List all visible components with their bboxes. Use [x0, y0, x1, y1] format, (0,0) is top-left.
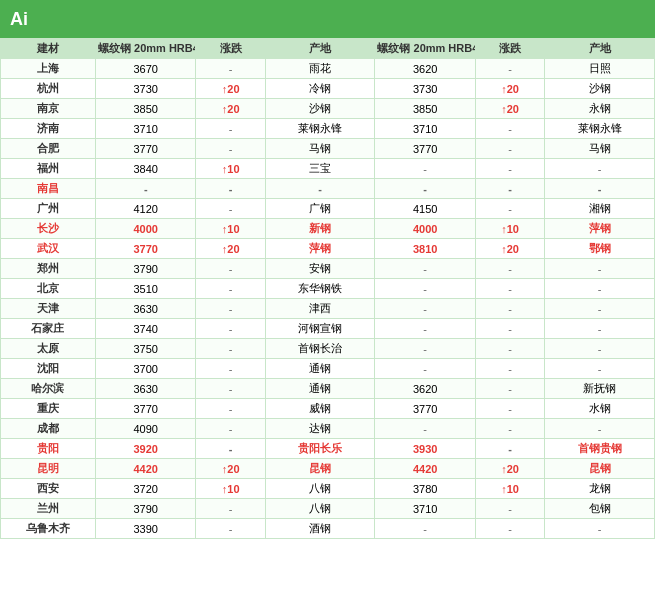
table-city: 重庆 [1, 399, 96, 419]
table-cell: 东华钢铁 [265, 279, 375, 299]
table-cell: 首钢贵钢 [545, 439, 655, 459]
table-cell: - [475, 359, 544, 379]
table-cell: ↑20 [196, 79, 265, 99]
table-cell: 莱钢永锋 [545, 119, 655, 139]
table-cell: 3920 [95, 439, 195, 459]
table-cell: 沙钢 [545, 79, 655, 99]
table-cell: 津西 [265, 299, 375, 319]
table-cell: ↑20 [196, 239, 265, 259]
table-city: 合肥 [1, 139, 96, 159]
table-cell: ↑10 [196, 219, 265, 239]
table-cell: 3700 [95, 359, 195, 379]
table-city: 乌鲁木齐 [1, 519, 96, 539]
table-cell: - [375, 419, 475, 439]
table-cell: - [475, 139, 544, 159]
table-cell: 4000 [95, 219, 195, 239]
table-cell: - [475, 419, 544, 439]
table-cell: 永钢 [545, 99, 655, 119]
table-cell: 首钢长治 [265, 339, 375, 359]
table-cell: 4150 [375, 199, 475, 219]
table-cell: 4420 [375, 459, 475, 479]
table-cell: ↑20 [475, 99, 544, 119]
table-city: 西安 [1, 479, 96, 499]
table-cell: - [475, 339, 544, 359]
table-cell: 龙钢 [545, 479, 655, 499]
table-cell: - [196, 199, 265, 219]
table-city: 兰州 [1, 499, 96, 519]
header-o1: 产地 [265, 39, 375, 59]
table-cell: - [375, 339, 475, 359]
table-cell: 萍钢 [265, 239, 375, 259]
table-cell: 3770 [95, 139, 195, 159]
table-cell: 酒钢 [265, 519, 375, 539]
table-cell: - [196, 319, 265, 339]
table-cell: 3730 [95, 79, 195, 99]
header-c1: 涨跌 [196, 39, 265, 59]
table-cell: - [196, 359, 265, 379]
table-cell: 3710 [95, 119, 195, 139]
table-cell: - [475, 199, 544, 219]
table-cell: 3790 [95, 499, 195, 519]
table-city: 成都 [1, 419, 96, 439]
table-city: 昆明 [1, 459, 96, 479]
table-cell: 马钢 [265, 139, 375, 159]
table-cell: ↑20 [196, 459, 265, 479]
table-cell: 威钢 [265, 399, 375, 419]
table-cell: 八钢 [265, 499, 375, 519]
table-cell: ↑20 [475, 79, 544, 99]
table-cell: - [375, 519, 475, 539]
table-cell: - [475, 299, 544, 319]
table-cell: - [475, 159, 544, 179]
table-cell: - [196, 139, 265, 159]
table-cell: - [475, 119, 544, 139]
table-cell: 通钢 [265, 379, 375, 399]
table-city: 南昌 [1, 179, 96, 199]
table-cell: 3510 [95, 279, 195, 299]
table-city: 武汉 [1, 239, 96, 259]
table-cell: 三宝 [265, 159, 375, 179]
table-cell: - [375, 179, 475, 199]
table-cell: - [375, 359, 475, 379]
table-cell: 3390 [95, 519, 195, 539]
table-cell: 沙钢 [265, 99, 375, 119]
table-cell: 包钢 [545, 499, 655, 519]
table-city: 太原 [1, 339, 96, 359]
table-city: 上海 [1, 59, 96, 79]
table-cell: 莱钢永锋 [265, 119, 375, 139]
table-cell: 通钢 [265, 359, 375, 379]
table-cell: - [265, 179, 375, 199]
table-cell: 雨花 [265, 59, 375, 79]
table-cell: 3930 [375, 439, 475, 459]
table-cell: 3630 [95, 299, 195, 319]
table-cell: 3670 [95, 59, 195, 79]
header-c2: 涨跌 [475, 39, 544, 59]
table-cell: 八钢 [265, 479, 375, 499]
table-city: 南京 [1, 99, 96, 119]
table-cell: - [95, 179, 195, 199]
header-city: 建材 [1, 39, 96, 59]
table-cell: ↑10 [475, 479, 544, 499]
table-cell: 3720 [95, 479, 195, 499]
table-cell: 达钢 [265, 419, 375, 439]
table-cell: - [545, 419, 655, 439]
table-cell: 昆钢 [545, 459, 655, 479]
table-city: 济南 [1, 119, 96, 139]
table-cell: 贵阳长乐 [265, 439, 375, 459]
price-table: 建材 螺纹钢 20mm HRB400E 涨跌 产地 螺纹钢 20mm HRB40… [0, 38, 655, 539]
table-cell: 3710 [375, 499, 475, 519]
table-cell: - [545, 319, 655, 339]
table-cell: 3770 [375, 139, 475, 159]
table-cell: 广钢 [265, 199, 375, 219]
table-cell: 3790 [95, 259, 195, 279]
table-cell: 3780 [375, 479, 475, 499]
table-cell: - [375, 259, 475, 279]
table-cell: 3630 [95, 379, 195, 399]
table-cell: 冷钢 [265, 79, 375, 99]
table-cell: 3770 [95, 399, 195, 419]
table-cell: ↑20 [475, 239, 544, 259]
table-cell: ↑10 [196, 479, 265, 499]
table-cell: - [545, 519, 655, 539]
table-cell: - [375, 299, 475, 319]
table-cell: 安钢 [265, 259, 375, 279]
table-cell: - [196, 179, 265, 199]
